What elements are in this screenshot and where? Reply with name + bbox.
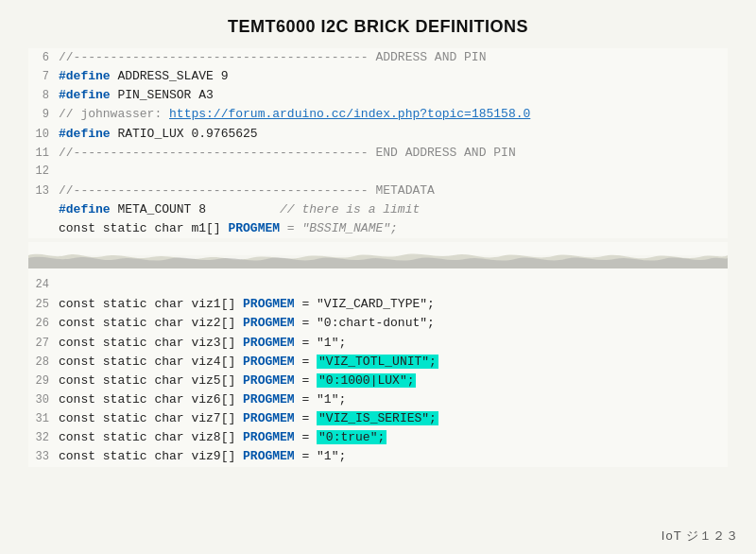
code-line: 24 [28,276,728,295]
watermark: IoT ジ１２３ [662,528,739,545]
code-line: const static char m1[] PROGMEM = "BSSIM_… [28,219,728,238]
code-line: 10#define RATIO_LUX 0.9765625 [28,125,728,144]
line-content: #define PIN_SENSOR A3 [59,86,214,105]
forum-link[interactable]: https://forum.arduino.cc/index.php?topic… [169,107,530,121]
line-number: 28 [28,354,59,372]
line-content: #define ADDRESS_SLAVE 9 [59,67,228,86]
code-line: 11//------------------------------------… [28,144,728,163]
line-content: #define META_COUNT 8 // there is a limit [59,200,420,219]
line-number: 9 [28,106,59,124]
line-number: 32 [28,429,59,447]
line-number: 31 [28,410,59,428]
line-content: const static char viz7[] PROGMEM = "VIZ_… [59,409,438,428]
line-number: 7 [28,68,59,86]
line-number: 11 [28,145,59,163]
line-content: const static char viz9[] PROGMEM = "1"; [59,447,346,466]
code-line: 30const static char viz6[] PROGMEM = "1"… [28,390,728,409]
code-line: 29const static char viz5[] PROGMEM = "0:… [28,372,728,390]
line-content: const static char viz8[] PROGMEM = "0:tr… [59,428,387,447]
line-content: const static char m1[] PROGMEM = "BSSIM_… [59,219,398,238]
code-line: 6//-------------------------------------… [28,48,728,67]
line-number: 33 [28,448,59,466]
line-number: 26 [28,315,59,333]
code-line: 31const static char viz7[] PROGMEM = "VI… [28,409,728,428]
code-line: 13//------------------------------------… [28,182,728,200]
code-block-top: 6//-------------------------------------… [28,48,728,238]
code-line: 26const static char viz2[] PROGMEM = "0:… [28,314,728,333]
line-content: //--------------------------------------… [59,144,516,163]
line-number: 8 [28,87,59,105]
line-content: const static char viz2[] PROGMEM = "0:ch… [59,314,435,333]
line-content: //--------------------------------------… [59,48,486,67]
code-line: 7#define ADDRESS_SLAVE 9 [28,67,728,86]
code-line: #define META_COUNT 8 // there is a limit [28,200,728,219]
page-tear [28,242,728,276]
line-content: const static char viz5[] PROGMEM = "0:10… [59,372,416,390]
code-line: 9// johnwasser: https://forum.arduino.cc… [28,105,728,124]
page-title: TEMT6000 I2C BRICK DEFINITIONS [0,0,756,48]
svg-rect-1 [28,268,728,276]
code-line: 25const static char viz1[] PROGMEM = "VI… [28,295,728,314]
code-line: 12 [28,163,728,182]
line-number: 24 [28,276,59,294]
line-content: const static char viz1[] PROGMEM = "VIZ_… [59,295,435,314]
code-line: 28const static char viz4[] PROGMEM = "VI… [28,353,728,372]
line-content: #define RATIO_LUX 0.9765625 [59,125,258,144]
code-block-bottom: 2425const static char viz1[] PROGMEM = "… [28,276,728,466]
code-line: 27const static char viz3[] PROGMEM = "1"… [28,334,728,353]
svg-rect-0 [28,242,728,255]
code-line: 32const static char viz8[] PROGMEM = "0:… [28,428,728,447]
line-content: //--------------------------------------… [59,182,435,200]
line-number: 25 [28,296,59,314]
code-line: 8#define PIN_SENSOR A3 [28,86,728,105]
line-content: // johnwasser: https://forum.arduino.cc/… [59,105,530,124]
code-line: 33const static char viz9[] PROGMEM = "1"… [28,447,728,466]
line-content: const static char viz3[] PROGMEM = "1"; [59,334,346,353]
line-number: 12 [28,163,59,181]
line-content: const static char viz6[] PROGMEM = "1"; [59,390,346,409]
line-number: 10 [28,126,59,144]
line-number: 29 [28,372,59,390]
line-number: 13 [28,182,59,200]
line-number: 30 [28,391,59,409]
line-number: 27 [28,335,59,353]
line-content: const static char viz4[] PROGMEM = "VIZ_… [59,353,438,372]
line-number: 6 [28,49,59,67]
